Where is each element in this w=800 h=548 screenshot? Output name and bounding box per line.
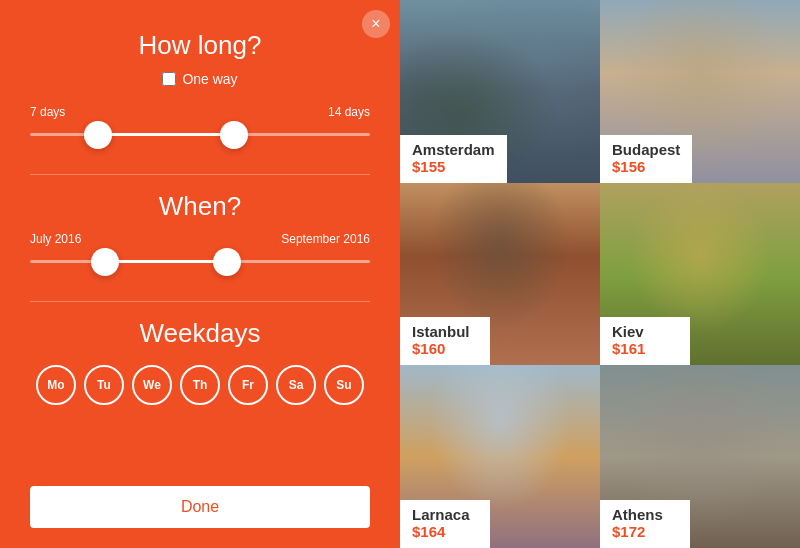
duration-range: 7 days 14 days [30, 105, 370, 150]
close-button[interactable]: × [362, 10, 390, 38]
destination-card-amsterdam[interactable]: Amsterdam $155 [400, 0, 600, 183]
card-info-amsterdam: Amsterdam $155 [400, 135, 507, 183]
weekdays-title: Weekdays [140, 318, 261, 349]
duration-thumb-right[interactable] [220, 121, 248, 149]
card-info-istanbul: Istanbul $160 [400, 317, 490, 365]
card-city-amsterdam: Amsterdam [412, 141, 495, 158]
card-price-budapest: $156 [612, 158, 680, 175]
duration-thumb-left[interactable] [84, 121, 112, 149]
duration-labels: 7 days 14 days [30, 105, 370, 119]
card-price-istanbul: $160 [412, 340, 478, 357]
weekday-tu[interactable]: Tu [84, 365, 124, 405]
done-button[interactable]: Done [30, 486, 370, 528]
destinations-grid: Amsterdam $155 Budapest $156 Istanbul $1… [400, 0, 800, 548]
when-track[interactable] [30, 260, 370, 263]
weekdays-row: Mo Tu We Th Fr Sa Su [36, 365, 364, 405]
when-fill [105, 260, 227, 263]
card-city-athens: Athens [612, 506, 678, 523]
destination-card-athens[interactable]: Athens $172 [600, 365, 800, 548]
one-way-label[interactable]: One way [162, 71, 237, 87]
weekday-we[interactable]: We [132, 365, 172, 405]
destination-card-budapest[interactable]: Budapest $156 [600, 0, 800, 183]
when-thumb-right[interactable] [213, 248, 241, 276]
card-info-budapest: Budapest $156 [600, 135, 692, 183]
card-city-budapest: Budapest [612, 141, 680, 158]
destination-card-istanbul[interactable]: Istanbul $160 [400, 183, 600, 366]
when-min-label: July 2016 [30, 232, 81, 246]
card-city-larnaca: Larnaca [412, 506, 478, 523]
card-price-kiev: $161 [612, 340, 678, 357]
filter-panel: × How long? One way 7 days 14 days When?… [0, 0, 400, 548]
one-way-text: One way [182, 71, 237, 87]
divider-1 [30, 174, 370, 175]
divider-2 [30, 301, 370, 302]
weekday-su[interactable]: Su [324, 365, 364, 405]
duration-fill [98, 133, 234, 136]
when-labels: July 2016 September 2016 [30, 232, 370, 246]
card-price-larnaca: $164 [412, 523, 478, 540]
when-title: When? [159, 191, 241, 222]
card-price-amsterdam: $155 [412, 158, 495, 175]
card-city-kiev: Kiev [612, 323, 678, 340]
weekday-mo[interactable]: Mo [36, 365, 76, 405]
one-way-checkbox[interactable] [162, 72, 176, 86]
duration-min-label: 7 days [30, 105, 65, 119]
weekday-fr[interactable]: Fr [228, 365, 268, 405]
weekday-th[interactable]: Th [180, 365, 220, 405]
when-thumb-left[interactable] [91, 248, 119, 276]
duration-max-label: 14 days [328, 105, 370, 119]
destination-card-kiev[interactable]: Kiev $161 [600, 183, 800, 366]
card-info-larnaca: Larnaca $164 [400, 500, 490, 548]
card-price-athens: $172 [612, 523, 678, 540]
card-city-istanbul: Istanbul [412, 323, 478, 340]
destination-card-larnaca[interactable]: Larnaca $164 [400, 365, 600, 548]
weekday-sa[interactable]: Sa [276, 365, 316, 405]
how-long-title: How long? [139, 30, 262, 61]
when-max-label: September 2016 [281, 232, 370, 246]
card-info-kiev: Kiev $161 [600, 317, 690, 365]
duration-track[interactable] [30, 133, 370, 136]
card-info-athens: Athens $172 [600, 500, 690, 548]
when-range: July 2016 September 2016 [30, 232, 370, 277]
close-icon: × [371, 15, 380, 33]
